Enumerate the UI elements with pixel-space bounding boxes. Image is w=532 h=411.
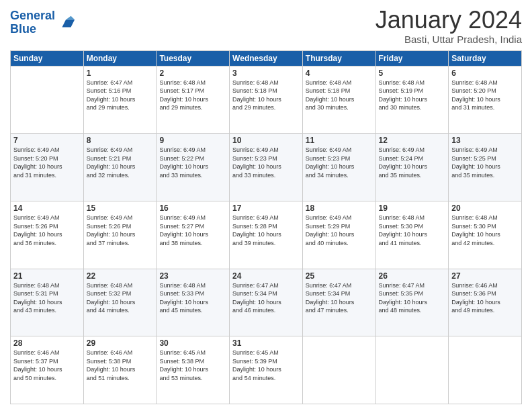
calendar-cell: 6Sunrise: 6:48 AM Sunset: 5:20 PM Daylig…: [449, 66, 522, 134]
calendar-cell: 17Sunrise: 6:49 AM Sunset: 5:28 PM Dayli…: [230, 201, 303, 269]
logo: GeneralBlue: [10, 9, 76, 36]
day-info: Sunrise: 6:49 AM Sunset: 5:20 PM Dayligh…: [13, 146, 81, 179]
logo-icon: [57, 13, 76, 32]
day-number: 8: [87, 136, 154, 145]
col-saturday: Saturday: [449, 50, 522, 66]
day-number: 2: [159, 68, 226, 78]
day-number: 14: [13, 203, 81, 213]
day-info: Sunrise: 6:48 AM Sunset: 5:18 PM Dayligh…: [232, 79, 300, 112]
calendar-cell: 24Sunrise: 6:47 AM Sunset: 5:34 PM Dayli…: [230, 269, 303, 336]
calendar-cell: 26Sunrise: 6:47 AM Sunset: 5:35 PM Dayli…: [375, 269, 449, 336]
calendar-week-row: 21Sunrise: 6:48 AM Sunset: 5:31 PM Dayli…: [11, 269, 522, 336]
title-block: January 2024 Basti, Uttar Pradesh, India: [375, 7, 522, 45]
day-number: 12: [379, 136, 446, 145]
month-title: January 2024: [375, 7, 522, 34]
day-info: Sunrise: 6:48 AM Sunset: 5:18 PM Dayligh…: [306, 79, 373, 112]
day-info: Sunrise: 6:45 AM Sunset: 5:39 PM Dayligh…: [232, 349, 300, 382]
day-number: 26: [379, 271, 446, 281]
header: GeneralBlue January 2024 Basti, Uttar Pr…: [10, 7, 522, 45]
calendar-cell: [375, 336, 449, 404]
calendar-cell: 15Sunrise: 6:49 AM Sunset: 5:26 PM Dayli…: [83, 201, 157, 269]
day-info: Sunrise: 6:47 AM Sunset: 5:34 PM Dayligh…: [232, 281, 300, 315]
calendar-cell: 29Sunrise: 6:46 AM Sunset: 5:38 PM Dayli…: [83, 336, 157, 404]
day-number: 28: [13, 338, 81, 348]
col-tuesday: Tuesday: [157, 50, 230, 66]
col-monday: Monday: [83, 50, 157, 66]
day-info: Sunrise: 6:49 AM Sunset: 5:21 PM Dayligh…: [87, 146, 154, 179]
day-info: Sunrise: 6:47 AM Sunset: 5:34 PM Dayligh…: [306, 281, 373, 315]
col-thursday: Thursday: [302, 50, 375, 66]
day-info: Sunrise: 6:49 AM Sunset: 5:28 PM Dayligh…: [232, 214, 300, 247]
day-info: Sunrise: 6:49 AM Sunset: 5:29 PM Dayligh…: [306, 214, 373, 247]
calendar-cell: 4Sunrise: 6:48 AM Sunset: 5:18 PM Daylig…: [302, 66, 375, 134]
day-number: 6: [451, 68, 519, 78]
logo-text: GeneralBlue: [10, 9, 55, 36]
day-number: 24: [232, 271, 300, 281]
day-number: 22: [87, 271, 154, 281]
day-number: 20: [451, 203, 519, 213]
calendar-cell: 9Sunrise: 6:49 AM Sunset: 5:22 PM Daylig…: [157, 134, 230, 201]
day-number: 11: [306, 136, 373, 145]
day-number: 19: [379, 203, 446, 213]
day-number: 23: [159, 271, 226, 281]
day-number: 7: [13, 136, 81, 145]
day-info: Sunrise: 6:48 AM Sunset: 5:31 PM Dayligh…: [13, 281, 81, 315]
day-number: 17: [232, 203, 300, 213]
calendar-cell: 25Sunrise: 6:47 AM Sunset: 5:34 PM Dayli…: [302, 269, 375, 336]
day-info: Sunrise: 6:48 AM Sunset: 5:32 PM Dayligh…: [87, 281, 154, 315]
calendar-cell: 13Sunrise: 6:49 AM Sunset: 5:25 PM Dayli…: [449, 134, 522, 201]
day-info: Sunrise: 6:49 AM Sunset: 5:25 PM Dayligh…: [451, 146, 519, 179]
day-number: 27: [451, 271, 519, 281]
calendar-cell: 16Sunrise: 6:49 AM Sunset: 5:27 PM Dayli…: [157, 201, 230, 269]
calendar-cell: 11Sunrise: 6:49 AM Sunset: 5:23 PM Dayli…: [302, 134, 375, 201]
calendar-cell: 23Sunrise: 6:48 AM Sunset: 5:33 PM Dayli…: [157, 269, 230, 336]
day-info: Sunrise: 6:47 AM Sunset: 5:16 PM Dayligh…: [87, 79, 154, 112]
day-number: 1: [87, 68, 154, 78]
calendar-cell: 22Sunrise: 6:48 AM Sunset: 5:32 PM Dayli…: [83, 269, 157, 336]
day-number: 5: [379, 68, 446, 78]
day-info: Sunrise: 6:48 AM Sunset: 5:30 PM Dayligh…: [451, 214, 519, 247]
day-info: Sunrise: 6:49 AM Sunset: 5:23 PM Dayligh…: [232, 146, 300, 179]
day-number: 3: [232, 68, 300, 78]
day-info: Sunrise: 6:48 AM Sunset: 5:20 PM Dayligh…: [451, 79, 519, 112]
calendar-week-row: 14Sunrise: 6:49 AM Sunset: 5:26 PM Dayli…: [11, 201, 522, 269]
day-info: Sunrise: 6:47 AM Sunset: 5:35 PM Dayligh…: [379, 281, 446, 315]
page: GeneralBlue January 2024 Basti, Uttar Pr…: [0, 0, 532, 411]
day-number: 30: [159, 338, 226, 348]
calendar-header-row: Sunday Monday Tuesday Wednesday Thursday…: [11, 50, 522, 66]
day-number: 18: [306, 203, 373, 213]
day-info: Sunrise: 6:49 AM Sunset: 5:27 PM Dayligh…: [159, 214, 226, 247]
day-number: 15: [87, 203, 154, 213]
calendar-cell: [11, 66, 84, 134]
col-sunday: Sunday: [11, 50, 84, 66]
day-info: Sunrise: 6:45 AM Sunset: 5:38 PM Dayligh…: [159, 349, 226, 382]
calendar-table: Sunday Monday Tuesday Wednesday Thursday…: [10, 50, 522, 404]
calendar-cell: 12Sunrise: 6:49 AM Sunset: 5:24 PM Dayli…: [375, 134, 449, 201]
calendar-cell: [302, 336, 375, 404]
svg-marker-0: [62, 19, 75, 27]
calendar-cell: [449, 336, 522, 404]
day-number: 9: [159, 136, 226, 145]
calendar-cell: 20Sunrise: 6:48 AM Sunset: 5:30 PM Dayli…: [449, 201, 522, 269]
day-info: Sunrise: 6:48 AM Sunset: 5:33 PM Dayligh…: [159, 281, 226, 315]
calendar-cell: 2Sunrise: 6:48 AM Sunset: 5:17 PM Daylig…: [157, 66, 230, 134]
day-info: Sunrise: 6:49 AM Sunset: 5:24 PM Dayligh…: [379, 146, 446, 179]
calendar-cell: 18Sunrise: 6:49 AM Sunset: 5:29 PM Dayli…: [302, 201, 375, 269]
day-info: Sunrise: 6:46 AM Sunset: 5:36 PM Dayligh…: [451, 281, 519, 315]
day-number: 10: [232, 136, 300, 145]
calendar-week-row: 1Sunrise: 6:47 AM Sunset: 5:16 PM Daylig…: [11, 66, 522, 134]
calendar-cell: 21Sunrise: 6:48 AM Sunset: 5:31 PM Dayli…: [11, 269, 84, 336]
calendar-week-row: 7Sunrise: 6:49 AM Sunset: 5:20 PM Daylig…: [11, 134, 522, 201]
day-info: Sunrise: 6:48 AM Sunset: 5:30 PM Dayligh…: [379, 214, 446, 247]
day-info: Sunrise: 6:46 AM Sunset: 5:38 PM Dayligh…: [87, 349, 154, 382]
day-number: 13: [451, 136, 519, 145]
day-info: Sunrise: 6:49 AM Sunset: 5:23 PM Dayligh…: [306, 146, 373, 179]
day-number: 21: [13, 271, 81, 281]
day-info: Sunrise: 6:46 AM Sunset: 5:37 PM Dayligh…: [13, 349, 81, 382]
col-friday: Friday: [375, 50, 449, 66]
calendar-cell: 1Sunrise: 6:47 AM Sunset: 5:16 PM Daylig…: [83, 66, 157, 134]
svg-marker-1: [66, 16, 75, 20]
day-info: Sunrise: 6:48 AM Sunset: 5:17 PM Dayligh…: [159, 79, 226, 112]
calendar-cell: 30Sunrise: 6:45 AM Sunset: 5:38 PM Dayli…: [157, 336, 230, 404]
day-number: 31: [232, 338, 300, 348]
